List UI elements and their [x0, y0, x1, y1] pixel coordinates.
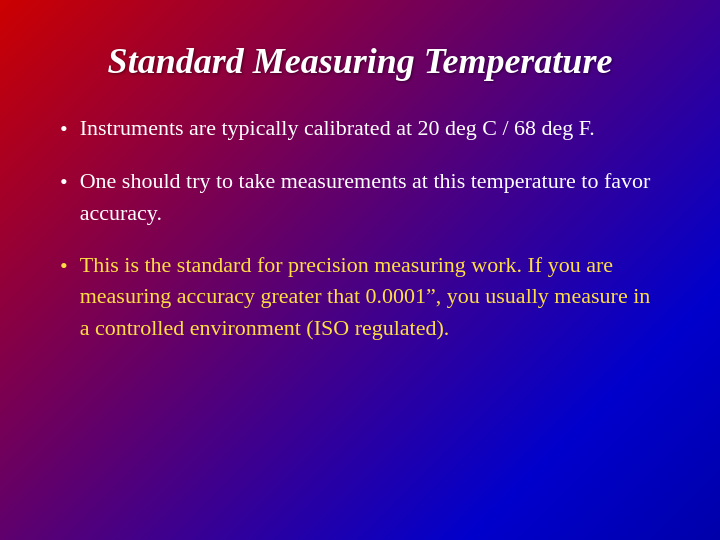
list-item: • Instruments are typically calibrated a… — [60, 112, 660, 145]
bullet-dot-2: • — [60, 167, 68, 198]
bullet-dot-3: • — [60, 251, 68, 282]
list-item: • This is the standard for precision mea… — [60, 249, 660, 345]
slide: Standard Measuring Temperature • Instrum… — [0, 0, 720, 540]
bullet-dot-1: • — [60, 114, 68, 145]
bullet-list: • Instruments are typically calibrated a… — [60, 112, 660, 344]
bullet-text-3: This is the standard for precision measu… — [80, 249, 660, 345]
slide-title: Standard Measuring Temperature — [60, 40, 660, 82]
bullet-text-1: Instruments are typically calibrated at … — [80, 112, 595, 144]
bullet-text-2: One should try to take measurements at t… — [80, 165, 660, 229]
list-item: • One should try to take measurements at… — [60, 165, 660, 229]
